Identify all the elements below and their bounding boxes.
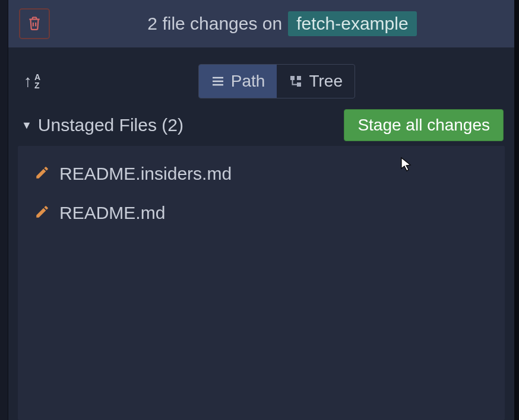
left-panel-strip <box>0 0 8 420</box>
view-path-label: Path <box>231 72 265 91</box>
pencil-icon <box>34 204 50 222</box>
svg-rect-3 <box>290 76 295 80</box>
unstaged-file-list: README.insiders.md README.md <box>18 146 505 420</box>
view-path-button[interactable]: Path <box>199 65 277 98</box>
branch-pill[interactable]: fetch-example <box>288 11 416 36</box>
svg-rect-4 <box>297 76 301 80</box>
unstaged-section-title: Unstaged Files (2) <box>38 115 183 135</box>
sort-button[interactable]: ↑ A Z <box>19 68 45 94</box>
tree-icon <box>289 74 303 88</box>
svg-rect-5 <box>297 82 301 87</box>
toolbar: ↑ A Z Path <box>8 47 514 107</box>
pencil-icon <box>34 165 50 183</box>
view-tree-label: Tree <box>309 72 343 91</box>
unstaged-section-header[interactable]: ▼ Unstaged Files (2) Stage all changes <box>8 107 514 142</box>
view-tree-button[interactable]: Tree <box>277 65 355 98</box>
sort-z-label: Z <box>34 81 40 90</box>
discard-all-button[interactable] <box>19 8 50 39</box>
file-row[interactable]: README.md <box>18 193 505 233</box>
header-title: 2 file changes on fetch-example <box>61 11 504 36</box>
chevron-down-icon: ▼ <box>21 119 32 132</box>
file-row[interactable]: README.insiders.md <box>18 154 505 193</box>
changes-count-text: 2 file changes on <box>147 14 282 34</box>
view-mode-toggle: Path Tree <box>198 64 355 98</box>
sort-a-label: A <box>34 73 40 81</box>
stage-all-button[interactable]: Stage all changes <box>344 109 504 141</box>
changes-panel: 2 file changes on fetch-example ↑ A Z <box>8 0 519 420</box>
sort-az-icon: A Z <box>34 73 40 90</box>
hamburger-icon <box>211 74 225 88</box>
panel-header: 2 file changes on fetch-example <box>8 0 514 47</box>
sort-arrow-icon: ↑ <box>24 72 32 91</box>
trash-icon <box>27 15 42 33</box>
file-name: README.insiders.md <box>59 164 232 184</box>
file-name: README.md <box>59 203 165 223</box>
